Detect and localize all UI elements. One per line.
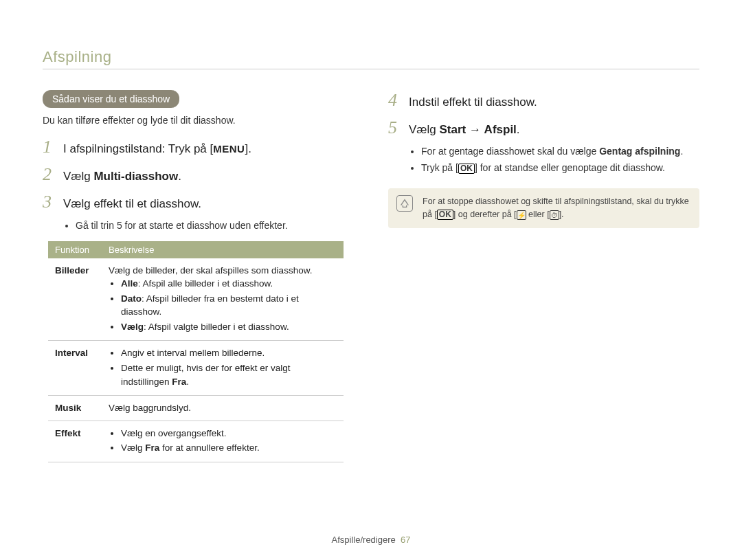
text: : Afspil valgte billeder i et diasshow. bbox=[144, 322, 289, 332]
fn-label: Musik bbox=[48, 396, 102, 421]
note-box: For at stoppe diasshowet og skifte til a… bbox=[388, 188, 699, 228]
step-3-bullets: Gå til trin 5 for at starte et diasshow … bbox=[76, 219, 354, 233]
text: . bbox=[680, 146, 683, 157]
table-row: Musik Vælg baggrundslyd. bbox=[48, 396, 344, 421]
step-text: I afspilningstilstand: Tryk på [MENU]. bbox=[63, 141, 251, 157]
text: Vælg bbox=[63, 170, 93, 183]
text: : Afspil alle billeder i et diasshow. bbox=[138, 278, 273, 289]
page-footer: Afspille/redigere 67 bbox=[0, 535, 742, 545]
text: . bbox=[517, 123, 520, 136]
text: Vælg bbox=[409, 123, 439, 136]
text: : Afspil billeder fra en bestemt dato i … bbox=[121, 293, 299, 317]
page-number: 67 bbox=[401, 535, 410, 545]
text: ] og derefter på [ bbox=[453, 210, 517, 219]
step-4: 4 Indstil effekt til diasshow. bbox=[388, 90, 699, 111]
bold: Fra bbox=[172, 377, 186, 387]
step-2: 2 Vælg Multi-diasshow. bbox=[43, 164, 354, 185]
fn-desc: Vælg baggrundslyd. bbox=[102, 396, 344, 421]
bold: Fra bbox=[145, 443, 159, 453]
list-item: Vælg en overgangseffekt. bbox=[121, 427, 337, 440]
table-row: Billeder Vælg de billeder, der skal afsp… bbox=[48, 258, 344, 341]
bold: Start bbox=[439, 123, 466, 136]
th-beskrivelse: Beskrivelse bbox=[102, 241, 344, 258]
bold: Dato bbox=[121, 293, 142, 304]
bold: Multi-diasshow bbox=[93, 170, 178, 183]
step-number: 5 bbox=[388, 117, 402, 138]
fn-label: Effekt bbox=[48, 421, 102, 462]
step-text: Vælg Start → Afspil. bbox=[409, 122, 520, 138]
text: Dette er muligt, hvis der for effekt er … bbox=[121, 363, 291, 387]
text: For at gentage diasshowet skal du vælge bbox=[421, 146, 599, 157]
step-number: 1 bbox=[43, 137, 56, 157]
text: . bbox=[186, 377, 189, 387]
bold: Gentag afspilning bbox=[599, 146, 680, 157]
list-item: For at gentage diasshowet skal du vælge … bbox=[421, 145, 699, 159]
list-item: Tryk på [OK] for at standse eller genopt… bbox=[421, 161, 699, 175]
left-column: Sådan viser du et diasshow Du kan tilfør… bbox=[43, 90, 354, 462]
text: ]. bbox=[245, 142, 251, 155]
step-number: 3 bbox=[43, 192, 56, 212]
fn-label: Interval bbox=[48, 341, 102, 396]
fn-label: Billeder bbox=[48, 258, 102, 341]
note-icon bbox=[396, 195, 413, 212]
table-row: Interval Angiv et interval mellem billed… bbox=[48, 341, 344, 396]
text: I afspilningstilstand: Tryk på [ bbox=[63, 142, 213, 155]
section-pill: Sådan viser du et diasshow bbox=[43, 90, 179, 108]
step-number: 4 bbox=[388, 90, 402, 111]
bold: Vælg bbox=[121, 322, 144, 332]
content-columns: Sådan viser du et diasshow Du kan tilfør… bbox=[43, 90, 699, 462]
step-text: Indstil effekt til diasshow. bbox=[409, 94, 537, 111]
bold: Afspil bbox=[484, 123, 517, 136]
text: Tryk på [ bbox=[421, 162, 458, 173]
step-1: 1 I afspilningstilstand: Tryk på [MENU]. bbox=[43, 137, 354, 157]
step-5: 5 Vælg Start → Afspil. bbox=[388, 117, 699, 138]
list-item: Vælg: Afspil valgte billeder i et diassh… bbox=[121, 320, 337, 334]
table-row: Effekt Vælg en overgangseffekt. Vælg Fra… bbox=[48, 421, 344, 462]
bullet: Gå til trin 5 for at starte et diasshow … bbox=[76, 219, 354, 233]
menu-label: MENU bbox=[213, 143, 245, 155]
list-item: Dette er muligt, hvis der for effekt er … bbox=[121, 361, 337, 388]
step-text: Vælg effekt til et diasshow. bbox=[63, 196, 201, 212]
step-text: Vælg Multi-diasshow. bbox=[63, 168, 181, 185]
page-section-title: Afspilning bbox=[43, 48, 699, 66]
arrow: → bbox=[466, 123, 484, 136]
list-item: Dato: Afspil billeder fra en bestemt dat… bbox=[121, 292, 337, 319]
step-3: 3 Vælg effekt til et diasshow. bbox=[43, 192, 354, 212]
right-column: 4 Indstil effekt til diasshow. 5 Vælg St… bbox=[388, 90, 699, 462]
text: Vælg de billeder, der skal afspilles som… bbox=[109, 265, 312, 276]
text: ]. bbox=[559, 210, 564, 219]
function-table: Funktion Beskrivelse Billeder Vælg de bi… bbox=[48, 241, 344, 462]
flash-icon: ⚡ bbox=[517, 210, 526, 220]
fn-desc: Vælg en overgangseffekt. Vælg Fra for at… bbox=[102, 421, 344, 462]
th-funktion: Funktion bbox=[48, 241, 102, 258]
text: for at annullere effekter. bbox=[159, 443, 259, 453]
fn-desc: Angiv et interval mellem billederne. Det… bbox=[102, 341, 344, 396]
intro-text: Du kan tilføre effekter og lyde til dit … bbox=[43, 115, 354, 126]
list-item: Angiv et interval mellem billederne. bbox=[121, 346, 337, 360]
list-item: Alle: Afspil alle billeder i et diasshow… bbox=[121, 277, 337, 291]
step-number: 2 bbox=[43, 164, 56, 185]
timer-icon: ⏱ bbox=[550, 210, 559, 220]
ok-icon: OK bbox=[458, 164, 475, 174]
text: . bbox=[178, 170, 181, 183]
text: Vælg bbox=[121, 443, 145, 453]
footer-section: Afspille/redigere bbox=[332, 535, 396, 545]
list-item: Vælg Fra for at annullere effekter. bbox=[121, 441, 337, 455]
fn-desc: Vælg de billeder, der skal afspilles som… bbox=[102, 258, 344, 341]
text: ] for at standse eller genoptage dit dia… bbox=[475, 162, 665, 173]
header-divider bbox=[43, 69, 699, 69]
step-5-bullets: For at gentage diasshowet skal du vælge … bbox=[421, 145, 699, 175]
bold: Alle bbox=[121, 278, 138, 289]
ok-icon: OK bbox=[437, 210, 453, 220]
